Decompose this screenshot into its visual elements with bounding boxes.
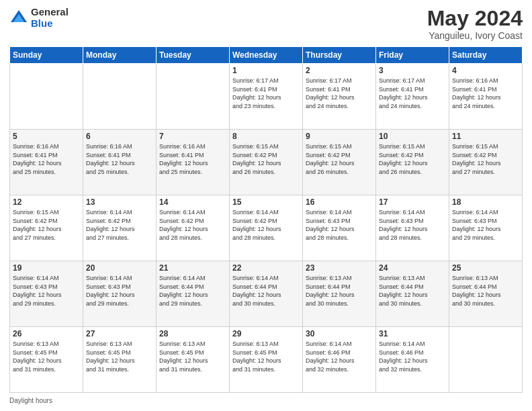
day-info: Sunrise: 6:14 AM Sunset: 6:42 PM Dayligh… — [232, 208, 300, 242]
calendar-day-cell: 29Sunrise: 6:13 AM Sunset: 6:45 PM Dayli… — [230, 327, 303, 393]
calendar-day-cell: 21Sunrise: 6:14 AM Sunset: 6:44 PM Dayli… — [157, 261, 230, 327]
logo-general: General — [31, 7, 69, 18]
day-info: Sunrise: 6:14 AM Sunset: 6:46 PM Dayligh… — [306, 340, 373, 373]
day-number: 11 — [452, 132, 519, 141]
calendar-day-cell: 19Sunrise: 6:14 AM Sunset: 6:43 PM Dayli… — [10, 261, 83, 327]
day-of-week-header: Wednesday — [230, 47, 303, 64]
calendar-day-cell — [83, 64, 157, 130]
day-of-week-header: Monday — [83, 47, 157, 64]
day-info: Sunrise: 6:16 AM Sunset: 6:41 PM Dayligh… — [86, 142, 153, 176]
day-info: Sunrise: 6:15 AM Sunset: 6:42 PM Dayligh… — [379, 142, 446, 176]
day-info: Sunrise: 6:14 AM Sunset: 6:42 PM Dayligh… — [86, 208, 153, 242]
day-info: Sunrise: 6:15 AM Sunset: 6:42 PM Dayligh… — [13, 208, 80, 242]
day-number: 26 — [13, 329, 80, 338]
calendar-day-cell: 31Sunrise: 6:14 AM Sunset: 6:46 PM Dayli… — [376, 327, 449, 393]
calendar-day-cell — [449, 327, 523, 393]
calendar-day-cell: 4Sunrise: 6:16 AM Sunset: 6:41 PM Daylig… — [449, 64, 523, 130]
day-number: 25 — [452, 263, 519, 273]
calendar-day-cell: 30Sunrise: 6:14 AM Sunset: 6:46 PM Dayli… — [303, 327, 376, 393]
day-number: 10 — [379, 132, 446, 141]
calendar-week-row: 12Sunrise: 6:15 AM Sunset: 6:42 PM Dayli… — [10, 195, 523, 261]
calendar-day-cell: 10Sunrise: 6:15 AM Sunset: 6:42 PM Dayli… — [376, 130, 449, 195]
title-area: May 2024 Yanguileu, Ivory Coast — [427, 7, 523, 41]
day-number: 8 — [232, 132, 300, 141]
calendar-day-cell: 3Sunrise: 6:17 AM Sunset: 6:41 PM Daylig… — [376, 64, 449, 130]
day-number: 9 — [306, 132, 373, 141]
day-number: 7 — [159, 132, 226, 141]
calendar-week-row: 1Sunrise: 6:17 AM Sunset: 6:41 PM Daylig… — [10, 64, 523, 130]
calendar-day-cell: 8Sunrise: 6:15 AM Sunset: 6:42 PM Daylig… — [230, 130, 303, 195]
day-number: 1 — [232, 66, 300, 75]
day-number: 21 — [159, 263, 226, 273]
day-info: Sunrise: 6:14 AM Sunset: 6:44 PM Dayligh… — [232, 274, 300, 308]
day-info: Sunrise: 6:13 AM Sunset: 6:44 PM Dayligh… — [452, 274, 519, 308]
calendar-day-cell: 26Sunrise: 6:13 AM Sunset: 6:45 PM Dayli… — [10, 327, 83, 393]
calendar-day-cell: 23Sunrise: 6:13 AM Sunset: 6:44 PM Dayli… — [303, 261, 376, 327]
calendar-day-cell: 25Sunrise: 6:13 AM Sunset: 6:44 PM Dayli… — [449, 261, 523, 327]
day-of-week-header: Thursday — [303, 47, 376, 64]
day-number: 28 — [159, 329, 226, 338]
calendar-day-cell — [10, 64, 83, 130]
calendar-day-cell: 28Sunrise: 6:13 AM Sunset: 6:45 PM Dayli… — [157, 327, 230, 393]
day-info: Sunrise: 6:14 AM Sunset: 6:43 PM Dayligh… — [86, 274, 153, 308]
day-number: 12 — [13, 197, 80, 207]
calendar-day-cell: 7Sunrise: 6:16 AM Sunset: 6:41 PM Daylig… — [157, 130, 230, 195]
footer: Daylight hours — [9, 397, 523, 404]
calendar-day-cell: 20Sunrise: 6:14 AM Sunset: 6:43 PM Dayli… — [83, 261, 157, 327]
calendar-day-cell: 15Sunrise: 6:14 AM Sunset: 6:42 PM Dayli… — [230, 195, 303, 261]
day-of-week-header: Saturday — [449, 47, 523, 64]
day-number: 3 — [379, 66, 446, 75]
day-info: Sunrise: 6:17 AM Sunset: 6:41 PM Dayligh… — [232, 77, 300, 110]
day-info: Sunrise: 6:15 AM Sunset: 6:42 PM Dayligh… — [232, 142, 300, 176]
calendar-day-cell: 9Sunrise: 6:15 AM Sunset: 6:42 PM Daylig… — [303, 130, 376, 195]
calendar-day-cell: 17Sunrise: 6:14 AM Sunset: 6:43 PM Dayli… — [376, 195, 449, 261]
day-info: Sunrise: 6:13 AM Sunset: 6:45 PM Dayligh… — [159, 340, 226, 373]
calendar-week-row: 19Sunrise: 6:14 AM Sunset: 6:43 PM Dayli… — [10, 261, 523, 327]
day-of-week-header: Tuesday — [157, 47, 230, 64]
day-info: Sunrise: 6:17 AM Sunset: 6:41 PM Dayligh… — [379, 77, 446, 110]
day-info: Sunrise: 6:14 AM Sunset: 6:43 PM Dayligh… — [306, 208, 373, 242]
calendar-day-cell: 11Sunrise: 6:15 AM Sunset: 6:42 PM Dayli… — [449, 130, 523, 195]
day-info: Sunrise: 6:13 AM Sunset: 6:45 PM Dayligh… — [86, 340, 153, 373]
day-number: 6 — [86, 132, 153, 141]
day-number: 14 — [159, 197, 226, 207]
calendar-day-cell — [157, 64, 230, 130]
day-number: 19 — [13, 263, 80, 273]
day-info: Sunrise: 6:17 AM Sunset: 6:41 PM Dayligh… — [306, 77, 373, 110]
day-info: Sunrise: 6:13 AM Sunset: 6:45 PM Dayligh… — [232, 340, 300, 373]
calendar-day-cell: 27Sunrise: 6:13 AM Sunset: 6:45 PM Dayli… — [83, 327, 157, 393]
day-number: 20 — [86, 263, 153, 273]
logo-text: General Blue — [31, 7, 69, 29]
day-info: Sunrise: 6:14 AM Sunset: 6:43 PM Dayligh… — [379, 208, 446, 242]
logo: General Blue — [9, 7, 69, 29]
day-info: Sunrise: 6:14 AM Sunset: 6:42 PM Dayligh… — [159, 208, 226, 242]
day-info: Sunrise: 6:14 AM Sunset: 6:43 PM Dayligh… — [452, 208, 519, 242]
day-number: 4 — [452, 66, 519, 75]
day-number: 31 — [379, 329, 446, 338]
day-info: Sunrise: 6:14 AM Sunset: 6:43 PM Dayligh… — [13, 274, 80, 308]
header: General Blue May 2024 Yanguileu, Ivory C… — [9, 7, 523, 41]
day-number: 17 — [379, 197, 446, 207]
day-number: 2 — [306, 66, 373, 75]
logo-blue: Blue — [31, 18, 69, 30]
day-number: 30 — [306, 329, 373, 338]
calendar: SundayMondayTuesdayWednesdayThursdayFrid… — [9, 46, 523, 393]
calendar-header-row: SundayMondayTuesdayWednesdayThursdayFrid… — [10, 47, 523, 64]
logo-icon — [9, 9, 28, 28]
day-of-week-header: Friday — [376, 47, 449, 64]
day-info: Sunrise: 6:16 AM Sunset: 6:41 PM Dayligh… — [13, 142, 80, 176]
calendar-day-cell: 16Sunrise: 6:14 AM Sunset: 6:43 PM Dayli… — [303, 195, 376, 261]
calendar-day-cell: 24Sunrise: 6:13 AM Sunset: 6:44 PM Dayli… — [376, 261, 449, 327]
day-number: 23 — [306, 263, 373, 273]
calendar-week-row: 26Sunrise: 6:13 AM Sunset: 6:45 PM Dayli… — [10, 327, 523, 393]
day-number: 5 — [13, 132, 80, 141]
day-of-week-header: Sunday — [10, 47, 83, 64]
page: General Blue May 2024 Yanguileu, Ivory C… — [0, 0, 532, 411]
day-number: 29 — [232, 329, 300, 338]
calendar-day-cell: 6Sunrise: 6:16 AM Sunset: 6:41 PM Daylig… — [83, 130, 157, 195]
day-number: 13 — [86, 197, 153, 207]
day-info: Sunrise: 6:14 AM Sunset: 6:44 PM Dayligh… — [159, 274, 226, 308]
day-number: 24 — [379, 263, 446, 273]
calendar-day-cell: 2Sunrise: 6:17 AM Sunset: 6:41 PM Daylig… — [303, 64, 376, 130]
calendar-day-cell: 22Sunrise: 6:14 AM Sunset: 6:44 PM Dayli… — [230, 261, 303, 327]
